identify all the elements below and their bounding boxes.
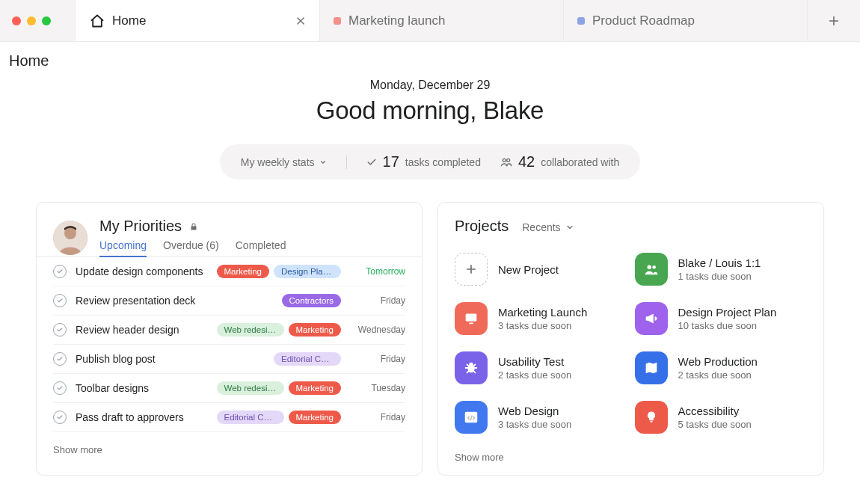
project-item[interactable]: Accessibility5 tasks due soon bbox=[635, 401, 808, 434]
tag[interactable]: Web redesign bbox=[217, 381, 284, 395]
project-item[interactable]: Web Design3 tasks due soon bbox=[455, 401, 627, 434]
project-item[interactable]: Design Project Plan10 tasks due soon bbox=[635, 302, 808, 335]
task-list: Update design componentsMarketingDesign … bbox=[53, 257, 405, 432]
tab-home[interactable]: Home bbox=[76, 0, 320, 41]
task-due: Wednesday bbox=[350, 325, 405, 335]
priorities-tab-upcoming[interactable]: Upcoming bbox=[99, 239, 147, 257]
priorities-title: My Priorities bbox=[99, 218, 182, 235]
traffic-light-close[interactable] bbox=[12, 16, 21, 25]
project-name: Accessibility bbox=[678, 405, 752, 417]
task-tags: Web redesignMarketing bbox=[217, 381, 342, 395]
task-tags: Editorial Cal…Marketing bbox=[217, 411, 342, 424]
tab-label: Home bbox=[112, 13, 146, 28]
hero-greeting: Good morning, Blake bbox=[0, 96, 860, 125]
project-item[interactable]: Marketing Launch3 tasks due soon bbox=[455, 302, 627, 335]
traffic-light-minimize[interactable] bbox=[27, 16, 36, 25]
svg-point-0 bbox=[503, 159, 506, 162]
tab-product-roadmap[interactable]: Product Roadmap bbox=[564, 0, 808, 41]
projects-title: Projects bbox=[455, 218, 509, 235]
projects-header: Projects Recents bbox=[455, 218, 807, 235]
tag[interactable]: Design Plan… bbox=[274, 265, 341, 278]
task-check-circle[interactable] bbox=[53, 294, 67, 307]
svg-rect-11 bbox=[650, 421, 652, 422]
tag[interactable]: Marketing bbox=[289, 381, 342, 395]
tag[interactable]: Web redesign bbox=[217, 323, 284, 336]
avatar[interactable] bbox=[53, 221, 87, 255]
window-tabs: Home Marketing launch Product Roadmap bbox=[76, 0, 860, 41]
project-subtitle: 1 tasks due soon bbox=[678, 271, 761, 282]
task-row[interactable]: Publish blog postEditorial Cal…Friday bbox=[53, 345, 405, 374]
stats-pill: My weekly stats 17 tasks completed 42 co… bbox=[220, 144, 641, 179]
task-title: Update design components bbox=[76, 265, 208, 277]
task-check-circle[interactable] bbox=[53, 352, 67, 366]
tab-color-dot bbox=[577, 17, 585, 25]
lock-icon bbox=[189, 222, 198, 231]
stats-period-dropdown[interactable]: My weekly stats bbox=[241, 156, 327, 168]
tag[interactable]: Marketing bbox=[289, 411, 342, 424]
map-icon bbox=[635, 351, 668, 384]
task-due: Tuesday bbox=[350, 383, 405, 393]
project-name: Web Design bbox=[498, 405, 571, 417]
svg-point-9 bbox=[469, 363, 473, 367]
svg-point-1 bbox=[507, 159, 510, 162]
projects-grid: New ProjectBlake / Louis 1:11 tasks due … bbox=[455, 253, 807, 434]
task-row[interactable]: Review header designWeb redesignMarketin… bbox=[53, 316, 405, 345]
project-subtitle: 2 tasks due soon bbox=[678, 369, 758, 381]
priorities-tab-overdue[interactable]: Overdue (6) bbox=[163, 239, 219, 257]
priorities-card: My Priorities Upcoming Overdue (6) Compl… bbox=[36, 202, 423, 476]
project-subtitle: 10 tasks due soon bbox=[678, 320, 777, 331]
task-row[interactable]: Pass draft to approversEditorial Cal…Mar… bbox=[53, 403, 405, 432]
stats-period-label: My weekly stats bbox=[241, 156, 315, 168]
svg-point-3 bbox=[64, 227, 76, 239]
plus-icon bbox=[828, 15, 840, 27]
check-icon bbox=[366, 157, 377, 168]
task-tags: Editorial Cal… bbox=[274, 352, 341, 366]
task-check-circle[interactable] bbox=[53, 265, 67, 278]
project-subtitle: 5 tasks due soon bbox=[678, 419, 752, 430]
task-due: Friday bbox=[350, 412, 405, 422]
tab-marketing-launch[interactable]: Marketing launch bbox=[320, 0, 564, 41]
task-row[interactable]: Update design componentsMarketingDesign … bbox=[53, 257, 405, 286]
stat-tasks-label: tasks completed bbox=[405, 156, 481, 168]
priorities-tabs: Upcoming Overdue (6) Completed bbox=[99, 239, 286, 257]
stat-collaborators: 42 collaborated with bbox=[500, 153, 619, 170]
plus-icon bbox=[455, 253, 488, 286]
task-row[interactable]: Review presentation deckContractorsFrida… bbox=[53, 286, 405, 316]
project-name: Blake / Louis 1:1 bbox=[678, 256, 761, 269]
projects-show-more[interactable]: Show more bbox=[455, 434, 807, 463]
task-check-circle[interactable] bbox=[53, 381, 67, 395]
project-item[interactable]: Web Production2 tasks due soon bbox=[635, 351, 808, 384]
tag[interactable]: Contractors bbox=[282, 294, 341, 307]
new-tab-button[interactable] bbox=[808, 0, 860, 41]
svg-rect-7 bbox=[469, 323, 473, 325]
breadcrumb-label: Home bbox=[9, 52, 49, 69]
priorities-tab-completed[interactable]: Completed bbox=[236, 239, 286, 257]
tag[interactable]: Marketing bbox=[289, 323, 342, 336]
chevron-down-icon bbox=[319, 159, 327, 166]
project-subtitle: 2 tasks due soon bbox=[498, 369, 571, 381]
task-check-circle[interactable] bbox=[53, 411, 67, 424]
home-icon bbox=[90, 13, 105, 28]
projects-filter-dropdown[interactable]: Recents bbox=[522, 221, 574, 233]
tag[interactable]: Editorial Cal… bbox=[217, 411, 284, 424]
monitor-icon bbox=[455, 302, 488, 335]
task-title: Pass draft to approvers bbox=[76, 411, 208, 423]
task-title: Publish blog post bbox=[76, 353, 265, 365]
divider bbox=[346, 156, 347, 169]
task-title: Toolbar designs bbox=[76, 382, 208, 394]
new-project-button[interactable]: New Project bbox=[455, 253, 627, 286]
tag[interactable]: Marketing bbox=[217, 265, 270, 278]
task-check-circle[interactable] bbox=[53, 323, 67, 336]
stat-tasks-completed: 17 tasks completed bbox=[366, 153, 481, 170]
project-item[interactable]: Blake / Louis 1:11 tasks due soon bbox=[635, 253, 808, 286]
close-icon[interactable] bbox=[295, 16, 306, 26]
project-item[interactable]: Usability Test2 tasks due soon bbox=[455, 351, 627, 384]
tag[interactable]: Editorial Cal… bbox=[274, 352, 341, 366]
priorities-show-more[interactable]: Show more bbox=[53, 432, 405, 455]
project-name: Web Production bbox=[678, 355, 758, 368]
breadcrumb: Home bbox=[0, 42, 860, 73]
task-row[interactable]: Toolbar designsWeb redesignMarketingTues… bbox=[53, 374, 405, 403]
priorities-header: My Priorities Upcoming Overdue (6) Compl… bbox=[53, 218, 405, 257]
traffic-light-zoom[interactable] bbox=[42, 16, 51, 25]
task-title: Review presentation deck bbox=[76, 295, 273, 307]
